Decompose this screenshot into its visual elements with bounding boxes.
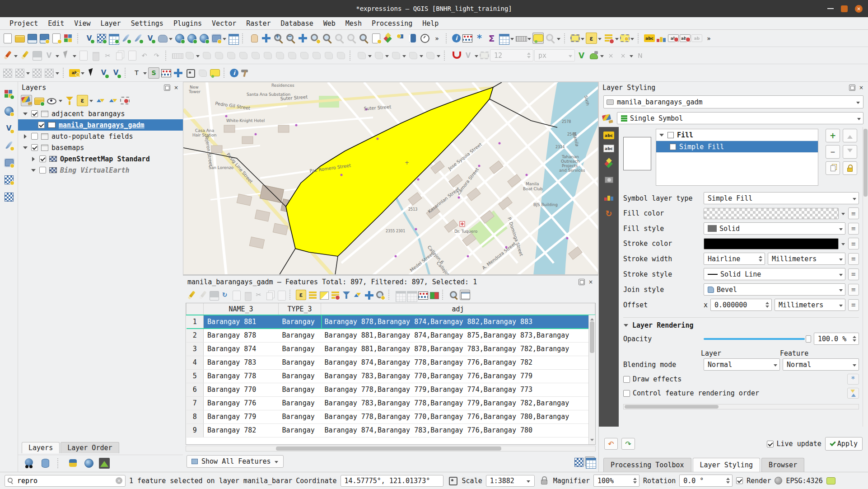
diagrams-tab-icon[interactable] xyxy=(603,191,615,202)
layer-visibility-checkbox[interactable] xyxy=(31,133,38,140)
move-annotation-icon[interactable] xyxy=(173,67,184,79)
offset-curve-icon[interactable] xyxy=(274,50,285,61)
toolbar-grip[interactable] xyxy=(289,290,293,300)
table-row[interactable]: 4 Barangay 783 Barangay Barangay 874,Bar… xyxy=(187,356,595,369)
layer-item-manila-barangays-gadm[interactable]: manila_barangays_gadm xyxy=(18,119,183,131)
add-raster-layer-icon[interactable] xyxy=(3,174,14,185)
paste-icon[interactable] xyxy=(276,290,286,300)
vertex-tool-icon[interactable] xyxy=(61,50,72,61)
copy-move-feature-icon[interactable] xyxy=(201,50,212,61)
group-label[interactable]: auto-populate fields xyxy=(51,132,133,141)
temporal-controller-icon[interactable] xyxy=(419,33,430,44)
metasearch-icon[interactable] xyxy=(23,457,35,469)
expander-icon[interactable] xyxy=(31,168,36,173)
dropdown-caret-icon[interactable] xyxy=(223,34,227,42)
layer-visibility-checkbox[interactable] xyxy=(31,144,38,151)
move-up-button[interactable] xyxy=(843,129,857,142)
rotate-point-symbols-icon[interactable] xyxy=(335,50,346,61)
delete-feature-icon[interactable] xyxy=(242,290,252,300)
menu-mesh[interactable]: Mesh xyxy=(341,19,367,28)
row-number[interactable]: 2 xyxy=(187,329,204,342)
symbol-node-fill[interactable]: Fill xyxy=(656,129,818,141)
add-vector-layer-icon[interactable]: V xyxy=(3,122,14,134)
toolbar-overflow-icon[interactable]: » xyxy=(431,33,443,44)
select-by-location-icon[interactable] xyxy=(620,34,630,42)
svg-annotation-icon[interactable] xyxy=(160,67,172,79)
offset-unit-dropdown[interactable]: Millimeters xyxy=(775,299,845,311)
dropdown-caret-icon[interactable] xyxy=(26,69,30,77)
form-view-icon[interactable] xyxy=(573,456,583,466)
project-properties-icon[interactable] xyxy=(51,33,62,44)
enable-tracing-icon[interactable]: V xyxy=(462,50,474,61)
toolbar-grip[interactable] xyxy=(444,51,447,61)
dropdown-caret-icon[interactable] xyxy=(56,52,60,60)
pan-map-icon[interactable] xyxy=(248,33,260,44)
menu-project[interactable]: Project xyxy=(5,19,43,28)
group-label[interactable]: adjacent barangays xyxy=(51,110,125,118)
show-map-tips-icon[interactable] xyxy=(209,67,220,79)
cell-adj[interactable]: Barangay 874,Barangay 783,Barangay 776,B… xyxy=(321,423,595,437)
lock-color-button[interactable] xyxy=(843,161,857,175)
toggle-editing-icon[interactable] xyxy=(186,290,196,300)
table-horizontal-scrollbar[interactable] xyxy=(186,446,596,451)
osm-tools-icon[interactable] xyxy=(239,67,251,79)
column-header-adj[interactable]: adj xyxy=(321,303,595,315)
corner-header[interactable] xyxy=(187,303,204,315)
field-calculator-icon[interactable] xyxy=(417,290,428,300)
measure-line-icon[interactable] xyxy=(515,33,527,44)
move-down-button[interactable] xyxy=(843,145,857,159)
data-defined-override-button[interactable]: ≡ xyxy=(848,268,859,280)
rotate-label-icon[interactable] xyxy=(197,67,208,79)
cell-name[interactable]: Barangay 778 xyxy=(204,369,279,383)
toolbar-grip[interactable] xyxy=(442,290,445,300)
dropdown-caret-icon[interactable] xyxy=(581,34,585,42)
select-by-expression-icon[interactable]: ε xyxy=(296,290,306,300)
rotate-feature-icon[interactable] xyxy=(213,50,224,61)
save-project-icon[interactable] xyxy=(26,33,37,44)
layer-label[interactable]: Bing VirtualEarth xyxy=(60,166,130,174)
cell-adj[interactable]: Barangay 881,Barangay 874,Barangay 875,B… xyxy=(321,329,595,342)
join-style-dropdown[interactable]: Bevel xyxy=(704,283,845,296)
delete-field-icon[interactable] xyxy=(406,290,416,300)
select-all-icon[interactable] xyxy=(307,290,317,300)
cell-type[interactable]: Barangay xyxy=(279,342,321,356)
dropdown-caret-icon[interactable] xyxy=(420,52,424,60)
labels-tab-icon[interactable]: abc xyxy=(603,132,614,139)
elevation-tab-icon[interactable] xyxy=(603,174,615,186)
symbology-undo-button[interactable]: ↶ xyxy=(604,438,618,450)
pin-labels-icon[interactable]: ab xyxy=(668,34,679,42)
layer-diagram-icon[interactable] xyxy=(656,33,667,44)
row-number[interactable]: 5 xyxy=(187,369,204,383)
row-number[interactable]: 1 xyxy=(187,315,204,329)
pan-to-selection-icon[interactable] xyxy=(261,33,272,44)
cell-type[interactable]: Barangay xyxy=(279,423,321,437)
avoid-overlap-icon[interactable] xyxy=(588,50,599,61)
add-ring-icon[interactable] xyxy=(238,50,249,61)
table-row[interactable]: 5 Barangay 778 Barangay Barangay 783,Bar… xyxy=(187,369,595,383)
draw-effects-checkbox[interactable] xyxy=(623,376,630,383)
redo-icon[interactable]: ↷ xyxy=(151,50,162,61)
table-row[interactable]: 9 Barangay 782 Barangay Barangay 874,Bar… xyxy=(187,423,595,437)
cell-name[interactable]: Barangay 770 xyxy=(204,383,279,396)
column-header-name3[interactable]: NAME_3 xyxy=(204,303,279,315)
zoom-out-icon[interactable]: − xyxy=(285,33,296,44)
cell-adj[interactable]: Barangay 874,Barangay 778,Barangay 776,B… xyxy=(321,356,595,369)
add-virtual-raster-icon[interactable] xyxy=(210,33,222,44)
open-attribute-table-icon[interactable] xyxy=(498,33,509,44)
tab-layer-styling[interactable]: Layer Styling xyxy=(693,458,760,472)
data-defined-override-button[interactable]: ≡ xyxy=(848,223,859,235)
toolbar-grip[interactable] xyxy=(388,290,392,300)
row-number[interactable]: 8 xyxy=(187,410,204,423)
toolbar-grip[interactable] xyxy=(638,33,641,43)
open-project-icon[interactable] xyxy=(14,33,25,44)
reload-table-icon[interactable]: ↻ xyxy=(219,290,230,300)
toolbar-grip[interactable] xyxy=(57,458,61,468)
masks-tab-icon[interactable]: abc xyxy=(603,145,614,152)
map-tips-icon[interactable] xyxy=(532,33,544,44)
show-bookmarks-icon[interactable] xyxy=(407,33,418,44)
dropdown-caret-icon[interactable] xyxy=(89,96,93,104)
create-polygon-annotation-icon[interactable]: V xyxy=(98,67,109,79)
dropdown-caret-icon[interactable] xyxy=(598,34,602,42)
expand-all-icon[interactable] xyxy=(95,95,106,106)
row-number[interactable]: 6 xyxy=(187,383,204,396)
